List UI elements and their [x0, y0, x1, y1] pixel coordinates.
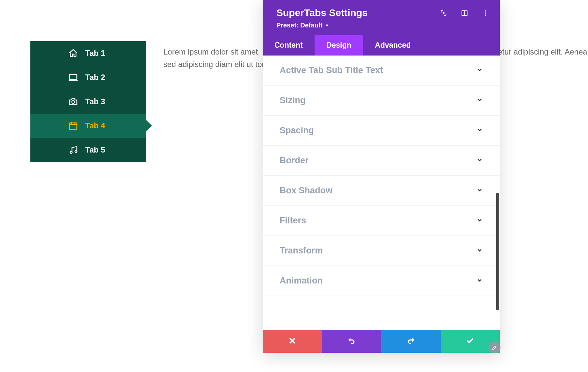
section-label: Filters: [280, 216, 306, 226]
svg-point-5: [443, 12, 444, 14]
chevron-down-icon: [476, 247, 483, 255]
help-tool-button[interactable]: [489, 342, 500, 353]
svg-point-1: [72, 101, 75, 104]
modal-header-actions: [440, 9, 489, 17]
section-label: Box Shadow: [280, 186, 333, 196]
section-label: Transform: [280, 246, 323, 256]
close-icon: [288, 336, 297, 346]
section-active-tab-subtitle-text[interactable]: Active Tab Sub Title Text: [263, 56, 500, 86]
svg-point-9: [485, 15, 486, 16]
section-border[interactable]: Border: [263, 146, 500, 176]
svg-rect-0: [70, 74, 77, 79]
sidebar-tab-3[interactable]: Tab 3: [30, 89, 146, 114]
modal-tab-bar: Content Design Advanced: [263, 35, 500, 56]
tab-label: Design: [326, 41, 351, 49]
sidebar-tab-4[interactable]: Tab 4: [30, 114, 146, 138]
sidebar-tab-label: Tab 2: [85, 73, 105, 82]
more-options-icon[interactable]: [482, 9, 489, 17]
tab-design[interactable]: Design: [315, 35, 363, 56]
sidebar-tab-5[interactable]: Tab 5: [30, 138, 146, 162]
section-label: Active Tab Sub Title Text: [280, 65, 383, 75]
section-label: Animation: [280, 276, 323, 286]
svg-rect-2: [70, 123, 77, 129]
modal-footer: [263, 330, 500, 353]
chevron-down-icon: [476, 277, 483, 285]
svg-point-8: [485, 12, 486, 14]
chevron-down-icon: [476, 157, 483, 165]
modal-body[interactable]: Active Tab Sub Title Text Sizing Spacing…: [263, 56, 500, 330]
sidebar-tab-label: Tab 3: [85, 97, 105, 106]
sidebar-tab-label: Tab 5: [85, 145, 105, 154]
check-icon: [466, 336, 474, 346]
section-filters[interactable]: Filters: [263, 206, 500, 236]
sidebar-tab-label: Tab 1: [85, 49, 105, 58]
settings-modal: SuperTabs Settings Preset: Default ▼ Con…: [263, 0, 500, 353]
tab-advanced[interactable]: Advanced: [363, 35, 423, 56]
section-box-shadow[interactable]: Box Shadow: [263, 176, 500, 206]
camera-icon: [68, 97, 78, 106]
chevron-down-icon: [476, 67, 483, 74]
sidebar-tab-2[interactable]: Tab 2: [30, 65, 146, 89]
chevron-down-icon: [476, 217, 483, 225]
redo-button[interactable]: [381, 330, 441, 353]
sidebar-tab-1[interactable]: Tab 1: [30, 41, 146, 65]
section-label: Sizing: [280, 95, 306, 105]
modal-header: SuperTabs Settings Preset: Default ▼: [263, 0, 500, 35]
chevron-down-icon: [476, 127, 483, 135]
music-icon: [68, 145, 78, 155]
undo-button[interactable]: [322, 330, 382, 353]
preset-dropdown[interactable]: Preset: Default ▼: [276, 22, 329, 29]
sidebar-tab-label: Tab 4: [85, 121, 105, 130]
section-label: Spacing: [280, 125, 314, 136]
cancel-button[interactable]: [263, 330, 322, 353]
chevron-down-icon: [476, 97, 483, 105]
section-sizing[interactable]: Sizing: [263, 86, 500, 116]
section-spacing[interactable]: Spacing: [263, 116, 500, 146]
undo-icon: [347, 336, 356, 346]
caret-down-icon: ▼: [325, 23, 329, 28]
laptop-icon: [68, 73, 78, 82]
tab-content[interactable]: Content: [263, 35, 315, 56]
responsive-view-icon[interactable]: [461, 9, 468, 17]
preset-label: Preset: Default: [276, 22, 322, 29]
section-animation[interactable]: Animation: [263, 266, 500, 296]
expand-icon[interactable]: [440, 9, 448, 17]
tab-label: Content: [274, 41, 303, 49]
svg-point-3: [70, 151, 72, 153]
calendar-icon: [68, 121, 78, 131]
chevron-down-icon: [476, 187, 483, 195]
svg-point-4: [75, 151, 77, 153]
section-transform[interactable]: Transform: [263, 236, 500, 266]
redo-icon: [407, 336, 415, 346]
tab-label: Advanced: [375, 41, 411, 49]
home-icon: [68, 48, 78, 58]
section-label: Border: [280, 155, 309, 166]
svg-point-7: [485, 10, 486, 12]
scrollbar-thumb[interactable]: [496, 193, 499, 310]
vertical-tab-list: Tab 1 Tab 2 Tab 3 Tab 4 Tab 5: [30, 41, 146, 162]
